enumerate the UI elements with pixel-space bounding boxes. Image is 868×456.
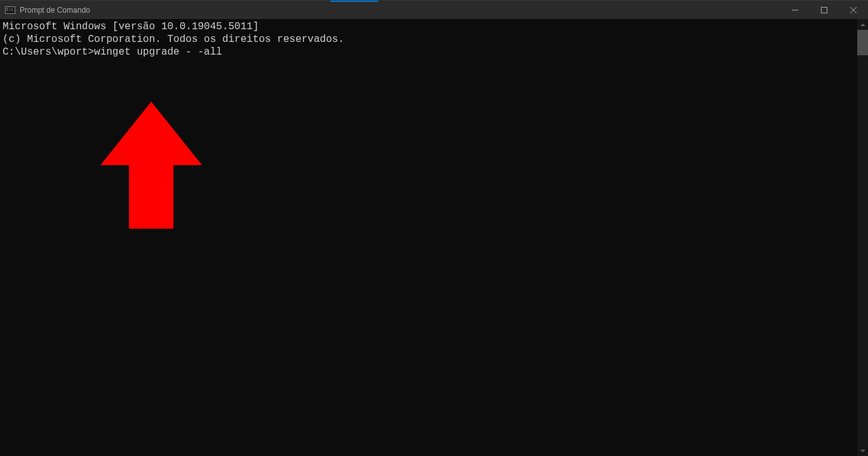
scrollbar-down-button[interactable] [857,445,868,456]
maximize-button[interactable] [810,1,839,20]
scrollbar-thumb[interactable] [857,30,868,55]
svg-text:C:\: C:\ [6,7,13,11]
window-title: Prompt de Comando [20,6,90,15]
terminal-prompt: C:\Users\wport> [3,46,94,58]
window-controls [780,1,868,20]
terminal-line-copyright: (c) Microsoft Corporation. Todos os dire… [3,33,865,46]
titlebar: C:\ Prompt de Comando [0,0,868,19]
svg-rect-3 [822,8,827,13]
terminal-command: winget upgrade - -all [94,46,222,58]
scrollbar-vertical[interactable] [857,19,868,456]
terminal-prompt-line: C:\Users\wport>winget upgrade - -all [3,46,865,58]
terminal-line-version: Microsoft Windows [versão 10.0.19045.501… [3,20,865,33]
terminal-content[interactable]: Microsoft Windows [versão 10.0.19045.501… [0,19,868,456]
annotation-arrow-up-icon [100,102,202,232]
cmd-icon: C:\ [5,5,15,15]
svg-marker-6 [100,102,202,229]
scrollbar-up-button[interactable] [857,19,868,30]
svg-marker-7 [860,23,865,26]
titlebar-accent [330,1,378,2]
svg-marker-8 [860,450,865,452]
minimize-button[interactable] [780,1,810,20]
close-button[interactable] [839,1,868,20]
